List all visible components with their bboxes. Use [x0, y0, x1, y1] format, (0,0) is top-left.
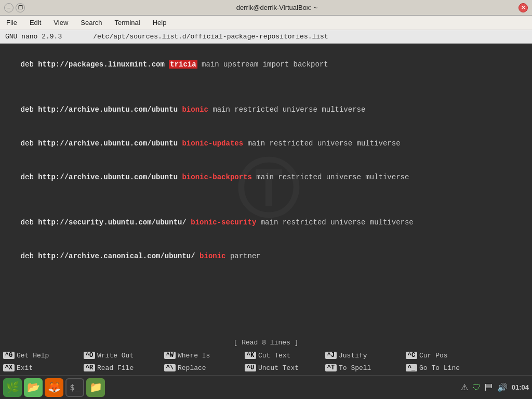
content-line-5: deb http://security.ubuntu.com/ubuntu/ b… [3, 206, 529, 240]
terminal-icon[interactable]: $_ [65, 378, 84, 397]
shield-icon: 🛡 [472, 383, 481, 392]
deb-keyword-1: deb [21, 60, 38, 69]
codename-bionic-security: bionic-security [191, 218, 256, 227]
volume-icon: 🔊 [497, 382, 508, 392]
menu-edit[interactable]: Edit [28, 18, 43, 28]
key-ctrl-r: ^R [84, 364, 95, 371]
url-linuxmint: http://packages.linuxmint.com [38, 60, 165, 69]
network-icon: ⛿ [485, 383, 493, 392]
label-cut-text: Cut Text [258, 352, 290, 360]
nano-cmd-cuttext: ^K Cut Text [245, 352, 325, 360]
taskbar-left: 🌿 📂 🦊 $_ 📁 [3, 378, 105, 397]
nano-row-2: ^X Exit ^R Read File ^\ Replace ^U Uncut… [0, 362, 532, 374]
files-icon[interactable]: 📂 [24, 378, 43, 397]
window-title: derrik@derrik-VirtualBox: ~ [35, 4, 518, 11]
menu-search[interactable]: Search [78, 18, 104, 28]
empty-line-2 [3, 194, 529, 206]
label-write-out: Write Out [97, 352, 134, 360]
codename-tricia: tricia [169, 60, 197, 69]
nano-cmd-exit: ^X Exit [3, 364, 84, 372]
terminal-content: Ⓣ deb http://packages.linuxmint.com tric… [0, 44, 532, 337]
content-line-2: deb http://archive.ubuntu.com/ubuntu bio… [3, 93, 529, 127]
nano-cmd-uncuttext: ^U Uncut Text [245, 364, 325, 372]
url-ubuntu-archive-2: http://archive.ubuntu.com/ubuntu [38, 139, 178, 148]
url-ubuntu-archive-3: http://archive.ubuntu.com/ubuntu [38, 173, 178, 181]
key-ctrl-o: ^O [84, 352, 95, 359]
taskbar-right: ⚠ 🛡 ⛿ 🔊 01:04 [461, 382, 529, 392]
label-exit: Exit [17, 364, 33, 372]
content-line-1: deb http://packages.linuxmint.com tricia… [3, 48, 529, 82]
nano-row-1: ^G Get Help ^O Write Out ^W Where Is ^K … [0, 349, 532, 362]
nano-cmd-whereis: ^W Where Is [164, 352, 245, 360]
menu-file[interactable]: File [4, 18, 19, 28]
nano-cmd-gethelp: ^G Get Help [3, 352, 84, 360]
key-ctrl-underscore: ^_ [406, 364, 417, 371]
codename-bionic-1: bionic [182, 105, 208, 114]
url-security-ubuntu: http://security.ubuntu.com/ubuntu/ [38, 218, 187, 227]
close-button[interactable]: ✕ [518, 3, 528, 12]
codename-bionic-backports: bionic-backports [182, 173, 251, 181]
nano-status-message: [ Read 8 lines ] [0, 337, 532, 348]
warning-icon: ⚠ [461, 382, 468, 392]
label-get-help: Get Help [17, 352, 49, 360]
key-ctrl-x: ^X [3, 364, 15, 371]
label-read-file: Read File [97, 364, 134, 372]
minimize-button[interactable]: – [4, 3, 14, 12]
filemanager-icon[interactable]: 📁 [86, 378, 105, 397]
content-line-3: deb http://archive.ubuntu.com/ubuntu bio… [3, 127, 529, 161]
title-bar: – ❐ derrik@derrik-VirtualBox: ~ ✕ [0, 0, 532, 16]
key-ctrl-k: ^K [245, 352, 256, 359]
label-uncut-text: Uncut Text [258, 364, 299, 372]
nano-cmd-tospell: ^T To Spell [325, 364, 406, 372]
codename-bionic-updates: bionic-updates [182, 139, 243, 148]
firefox-icon[interactable]: 🦊 [45, 378, 63, 397]
nano-status-bar: GNU nano 2.9.3 /etc/apt/sources.list.d/o… [0, 30, 532, 44]
content-line-4: deb http://archive.ubuntu.com/ubuntu bio… [3, 161, 529, 194]
key-ctrl-backslash: ^\ [164, 364, 176, 371]
nano-bottom-bar: ^G Get Help ^O Write Out ^W Where Is ^K … [0, 348, 532, 375]
nano-cmd-curpos: ^C Cur Pos [406, 352, 486, 360]
key-ctrl-g: ^G [3, 352, 15, 359]
menu-bar: File Edit View Search Terminal Help [0, 16, 532, 30]
label-where-is: Where Is [178, 352, 210, 360]
key-ctrl-w: ^W [164, 352, 176, 359]
url-ubuntu-archive-1: http://archive.ubuntu.com/ubuntu [38, 105, 178, 114]
nano-version: GNU nano 2.9.3 [5, 33, 62, 41]
empty-line-1 [3, 82, 529, 93]
system-clock: 01:04 [512, 383, 529, 391]
label-justify: Justify [339, 352, 367, 360]
nano-filename: /etc/apt/sources.list.d/official-package… [93, 33, 328, 41]
maximize-button[interactable]: ❐ [16, 3, 25, 12]
key-ctrl-t: ^T [325, 364, 337, 371]
nano-cmd-writeout: ^O Write Out [84, 352, 164, 360]
nano-cmd-readfile: ^R Read File [84, 364, 164, 372]
url-canonical: http://archive.canonical.com/ubuntu/ [38, 252, 195, 260]
mint-icon[interactable]: 🌿 [3, 378, 22, 397]
taskbar: 🌿 📂 🦊 $_ 📁 ⚠ 🛡 ⛿ 🔊 01:04 [0, 375, 532, 399]
codename-bionic-canonical: bionic [200, 252, 225, 260]
key-ctrl-c: ^C [406, 352, 417, 359]
label-go-to-line: Go To Line [419, 364, 460, 372]
key-ctrl-u: ^U [245, 364, 256, 371]
menu-help[interactable]: Help [151, 18, 169, 28]
nano-cmd-justify: ^J Justify [325, 352, 406, 360]
menu-terminal[interactable]: Terminal [113, 18, 142, 28]
label-cur-pos: Cur Pos [419, 352, 448, 360]
menu-view[interactable]: View [51, 18, 70, 28]
nano-cmd-gotoline: ^_ Go To Line [406, 364, 486, 372]
label-to-spell: To Spell [339, 364, 371, 372]
label-replace: Replace [178, 364, 206, 372]
key-ctrl-j: ^J [325, 352, 337, 359]
nano-cmd-replace: ^\ Replace [164, 364, 245, 372]
content-line-6: deb http://archive.canonical.com/ubuntu/… [3, 240, 529, 273]
